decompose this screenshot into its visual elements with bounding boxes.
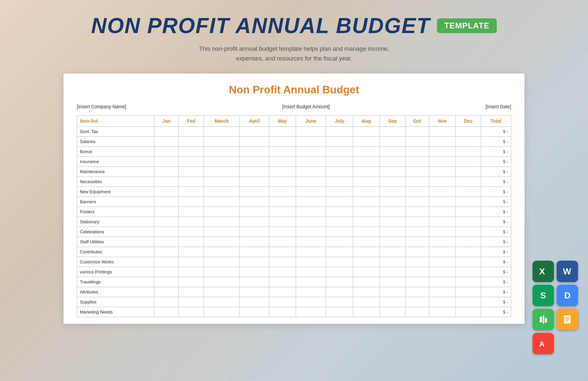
month-cell[interactable] xyxy=(380,267,406,277)
month-cell[interactable] xyxy=(353,237,380,247)
month-cell[interactable] xyxy=(353,166,380,176)
month-cell[interactable] xyxy=(269,277,296,287)
month-cell[interactable] xyxy=(326,247,353,257)
month-cell[interactable] xyxy=(240,166,269,176)
month-cell[interactable] xyxy=(455,227,481,237)
month-cell[interactable] xyxy=(380,217,406,227)
month-cell[interactable] xyxy=(353,227,380,237)
month-cell[interactable] xyxy=(353,257,380,267)
month-cell[interactable] xyxy=(269,237,296,247)
month-cell[interactable] xyxy=(326,267,353,277)
month-cell[interactable] xyxy=(353,267,380,277)
month-cell[interactable] xyxy=(296,176,326,186)
month-cell[interactable] xyxy=(380,126,406,136)
month-cell[interactable] xyxy=(455,136,481,146)
month-cell[interactable] xyxy=(269,217,296,227)
numbers-icon[interactable] xyxy=(533,309,554,330)
month-cell[interactable] xyxy=(240,136,269,146)
month-cell[interactable] xyxy=(179,217,204,227)
sheets-icon[interactable]: S xyxy=(533,285,554,306)
month-cell[interactable] xyxy=(269,207,296,217)
month-cell[interactable] xyxy=(296,146,326,156)
month-cell[interactable] xyxy=(380,136,406,146)
month-cell[interactable] xyxy=(154,247,178,257)
month-cell[interactable] xyxy=(269,257,296,267)
month-cell[interactable] xyxy=(154,146,178,156)
month-cell[interactable] xyxy=(429,126,455,136)
month-cell[interactable] xyxy=(405,287,429,297)
month-cell[interactable] xyxy=(296,297,326,307)
month-cell[interactable] xyxy=(179,247,204,257)
month-cell[interactable] xyxy=(296,287,326,297)
month-cell[interactable] xyxy=(405,227,429,237)
month-cell[interactable] xyxy=(204,207,240,217)
month-cell[interactable] xyxy=(269,267,296,277)
month-cell[interactable] xyxy=(405,146,429,156)
month-cell[interactable] xyxy=(353,156,380,166)
month-cell[interactable] xyxy=(429,166,455,176)
month-cell[interactable] xyxy=(326,197,353,207)
month-cell[interactable] xyxy=(353,247,380,257)
month-cell[interactable] xyxy=(326,227,353,237)
month-cell[interactable] xyxy=(380,257,406,267)
month-cell[interactable] xyxy=(154,257,178,267)
month-cell[interactable] xyxy=(204,277,240,287)
month-cell[interactable] xyxy=(179,267,204,277)
month-cell[interactable] xyxy=(455,257,481,267)
month-cell[interactable] xyxy=(326,237,353,247)
month-cell[interactable] xyxy=(405,237,429,247)
month-cell[interactable] xyxy=(240,156,269,166)
month-cell[interactable] xyxy=(240,247,269,257)
month-cell[interactable] xyxy=(429,257,455,267)
month-cell[interactable] xyxy=(154,207,178,217)
month-cell[interactable] xyxy=(405,257,429,267)
month-cell[interactable] xyxy=(204,247,240,257)
month-cell[interactable] xyxy=(154,227,178,237)
month-cell[interactable] xyxy=(240,126,269,136)
month-cell[interactable] xyxy=(179,126,204,136)
month-cell[interactable] xyxy=(429,277,455,287)
month-cell[interactable] xyxy=(326,186,353,197)
month-cell[interactable] xyxy=(429,287,455,297)
month-cell[interactable] xyxy=(296,166,326,176)
month-cell[interactable] xyxy=(405,307,429,317)
month-cell[interactable] xyxy=(405,176,429,186)
month-cell[interactable] xyxy=(240,186,269,197)
month-cell[interactable] xyxy=(429,197,455,207)
month-cell[interactable] xyxy=(455,217,481,227)
month-cell[interactable] xyxy=(326,126,353,136)
month-cell[interactable] xyxy=(154,307,178,317)
month-cell[interactable] xyxy=(429,146,455,156)
month-cell[interactable] xyxy=(405,197,429,207)
month-cell[interactable] xyxy=(296,136,326,146)
month-cell[interactable] xyxy=(154,126,178,136)
month-cell[interactable] xyxy=(179,186,204,197)
month-cell[interactable] xyxy=(455,237,481,247)
month-cell[interactable] xyxy=(240,287,269,297)
month-cell[interactable] xyxy=(296,237,326,247)
month-cell[interactable] xyxy=(380,287,406,297)
month-cell[interactable] xyxy=(240,257,269,267)
month-cell[interactable] xyxy=(429,176,455,186)
month-cell[interactable] xyxy=(429,237,455,247)
month-cell[interactable] xyxy=(353,146,380,156)
month-cell[interactable] xyxy=(353,126,380,136)
month-cell[interactable] xyxy=(296,186,326,197)
month-cell[interactable] xyxy=(269,197,296,207)
month-cell[interactable] xyxy=(455,146,481,156)
month-cell[interactable] xyxy=(204,237,240,247)
month-cell[interactable] xyxy=(269,156,296,166)
month-cell[interactable] xyxy=(353,197,380,207)
month-cell[interactable] xyxy=(179,207,204,217)
month-cell[interactable] xyxy=(455,156,481,166)
month-cell[interactable] xyxy=(326,277,353,287)
month-cell[interactable] xyxy=(380,247,406,257)
month-cell[interactable] xyxy=(326,257,353,267)
month-cell[interactable] xyxy=(380,146,406,156)
month-cell[interactable] xyxy=(204,297,240,307)
month-cell[interactable] xyxy=(429,156,455,166)
month-cell[interactable] xyxy=(326,176,353,186)
month-cell[interactable] xyxy=(240,267,269,277)
month-cell[interactable] xyxy=(405,247,429,257)
month-cell[interactable] xyxy=(326,156,353,166)
